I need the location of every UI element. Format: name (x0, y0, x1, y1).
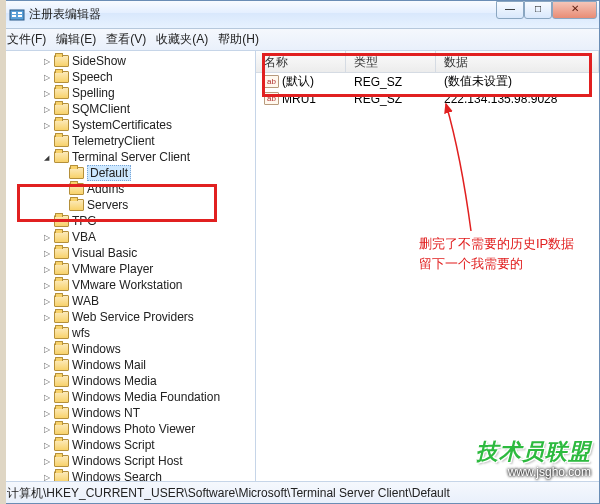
title-bar[interactable]: 注册表编辑器 — □ ✕ (1, 1, 599, 29)
folder-icon (54, 375, 69, 387)
tree-item[interactable]: Windows Photo Viewer (3, 421, 255, 437)
menu-edit[interactable]: 编辑(E) (56, 31, 96, 48)
value-data: (数值未设置) (436, 73, 599, 90)
expander-icon[interactable] (41, 264, 52, 275)
expander-icon[interactable] (41, 456, 52, 467)
tree-item[interactable]: Windows Search (3, 469, 255, 481)
folder-icon (54, 423, 69, 435)
menu-favorites[interactable]: 收藏夹(A) (156, 31, 208, 48)
expander-icon[interactable] (41, 408, 52, 419)
expander-icon[interactable] (41, 376, 52, 387)
tree-item[interactable]: Windows Media Foundation (3, 389, 255, 405)
tree-item[interactable]: Speech (3, 69, 255, 85)
svg-rect-3 (18, 12, 22, 14)
folder-icon (54, 391, 69, 403)
folder-icon (54, 327, 69, 339)
folder-icon (54, 455, 69, 467)
registry-editor-window: 注册表编辑器 — □ ✕ 文件(F) 编辑(E) 查看(V) 收藏夹(A) 帮助… (0, 0, 600, 504)
tree-item[interactable]: SystemCertificates (3, 117, 255, 133)
tree-item[interactable]: VMware Workstation (3, 277, 255, 293)
expander-icon[interactable] (41, 72, 52, 83)
tree-item-label: Terminal Server Client (72, 150, 190, 164)
tree-item[interactable]: VBA (3, 229, 255, 245)
tree-item-label: Speech (72, 70, 113, 84)
tree-item[interactable]: Default (3, 165, 255, 181)
expander-icon[interactable] (41, 392, 52, 403)
tree-item-label: Windows Photo Viewer (72, 422, 195, 436)
svg-rect-4 (18, 15, 22, 17)
tree-item[interactable]: Windows Mail (3, 357, 255, 373)
tree-pane[interactable]: SideShowSpeechSpellingSQMClientSystemCer… (1, 51, 256, 481)
maximize-button[interactable]: □ (524, 1, 552, 19)
tree-item[interactable]: Visual Basic (3, 245, 255, 261)
tree-item-label: Windows Script Host (72, 454, 183, 468)
list-row[interactable]: abMRU1REG_SZ222.134.135.98:9028 (256, 90, 599, 107)
folder-icon (54, 135, 69, 147)
tree-item[interactable]: Servers (3, 197, 255, 213)
value-type: REG_SZ (346, 75, 436, 89)
tree-item[interactable]: Terminal Server Client (3, 149, 255, 165)
folder-icon (69, 167, 84, 179)
header-data[interactable]: 数据 (436, 51, 599, 72)
expander-icon[interactable] (41, 344, 52, 355)
expander-icon[interactable] (41, 472, 52, 482)
tree-item[interactable]: Windows NT (3, 405, 255, 421)
tree-item-label: VMware Player (72, 262, 153, 276)
tree-item-label: Default (87, 165, 131, 181)
folder-icon (54, 343, 69, 355)
tree-item-label: Servers (87, 198, 128, 212)
tree-item[interactable]: WAB (3, 293, 255, 309)
annotation-text: 删完了不需要的历史IP数据 留下一个我需要的 (419, 234, 574, 273)
annotation-line1: 删完了不需要的历史IP数据 (419, 234, 574, 254)
tree-item[interactable]: Web Service Providers (3, 309, 255, 325)
expander-icon[interactable] (41, 56, 52, 67)
tree-item[interactable]: AddIns (3, 181, 255, 197)
status-bar: 计算机\HKEY_CURRENT_USER\Software\Microsoft… (1, 481, 599, 503)
header-name[interactable]: 名称 (256, 51, 346, 72)
tree-item[interactable]: TelemetryClient (3, 133, 255, 149)
minimize-button[interactable]: — (496, 1, 524, 19)
close-button[interactable]: ✕ (552, 1, 597, 19)
folder-icon (54, 407, 69, 419)
folder-icon (54, 439, 69, 451)
folder-icon (69, 183, 84, 195)
expander-icon[interactable] (41, 104, 52, 115)
folder-icon (54, 471, 69, 481)
menu-help[interactable]: 帮助(H) (218, 31, 259, 48)
folder-icon (54, 359, 69, 371)
expander-icon[interactable] (41, 312, 52, 323)
tree-item[interactable]: Windows Script (3, 437, 255, 453)
tree-item[interactable]: SQMClient (3, 101, 255, 117)
header-type[interactable]: 类型 (346, 51, 436, 72)
expander-icon[interactable] (41, 88, 52, 99)
folder-icon (54, 215, 69, 227)
tree-item-label: VBA (72, 230, 96, 244)
expander-icon[interactable] (41, 424, 52, 435)
expander-icon[interactable] (41, 296, 52, 307)
expander-icon[interactable] (41, 280, 52, 291)
tree-item[interactable]: Spelling (3, 85, 255, 101)
expander-icon[interactable] (41, 440, 52, 451)
window-controls: — □ ✕ (496, 1, 597, 19)
folder-icon (54, 279, 69, 291)
folder-icon (54, 247, 69, 259)
tree-item[interactable]: wfs (3, 325, 255, 341)
tree-item[interactable]: Windows Media (3, 373, 255, 389)
tree-item[interactable]: TPG (3, 213, 255, 229)
expander-icon[interactable] (41, 232, 52, 243)
tree-item[interactable]: SideShow (3, 53, 255, 69)
tree-item[interactable]: Windows Script Host (3, 453, 255, 469)
expander-icon[interactable] (41, 360, 52, 371)
expander-icon[interactable] (41, 152, 52, 163)
expander-icon[interactable] (41, 248, 52, 259)
tree-item-label: SQMClient (72, 102, 130, 116)
menu-file[interactable]: 文件(F) (7, 31, 46, 48)
folder-icon (54, 151, 69, 163)
tree-item-label: TelemetryClient (72, 134, 155, 148)
tree-item[interactable]: Windows (3, 341, 255, 357)
app-icon (9, 7, 25, 23)
list-row[interactable]: ab(默认)REG_SZ(数值未设置) (256, 73, 599, 90)
tree-item[interactable]: VMware Player (3, 261, 255, 277)
menu-view[interactable]: 查看(V) (106, 31, 146, 48)
expander-icon[interactable] (41, 120, 52, 131)
